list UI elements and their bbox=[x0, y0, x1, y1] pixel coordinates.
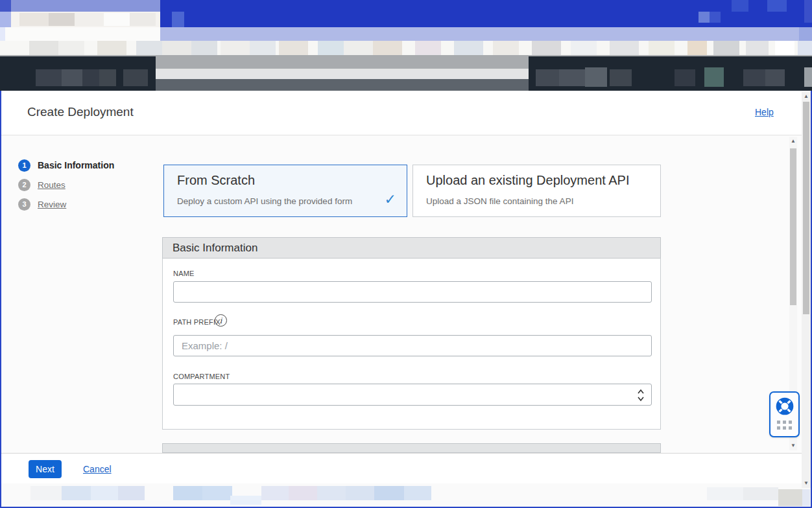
redacted-block bbox=[743, 69, 765, 86]
redacted-block bbox=[536, 69, 559, 86]
redacted-block bbox=[11, 0, 160, 12]
panel-header: Create Deployment Help bbox=[1, 91, 802, 135]
path-prefix-label: PATH PREFIX bbox=[173, 318, 221, 326]
name-label: NAME bbox=[173, 270, 195, 277]
redacted-block bbox=[221, 41, 250, 55]
redacted-block bbox=[99, 69, 116, 86]
redacted-block bbox=[775, 41, 794, 55]
redacted-block bbox=[123, 69, 148, 86]
redacted-block bbox=[710, 12, 721, 23]
step-link-review[interactable]: Review bbox=[38, 200, 66, 209]
basic-information-section: Basic Information NAME PATH PREFIX i COM… bbox=[162, 237, 661, 430]
redacted-block bbox=[91, 486, 118, 500]
redacted-block bbox=[687, 41, 707, 55]
help-launcher-widget[interactable] bbox=[769, 391, 800, 437]
redacted-block bbox=[743, 487, 778, 500]
redacted-block bbox=[118, 486, 145, 500]
redacted-block bbox=[0, 27, 5, 41]
redacted-block bbox=[19, 13, 49, 26]
redacted-block bbox=[5, 27, 160, 41]
panel-footer: Next Cancel bbox=[1, 453, 802, 483]
wizard-steps: 1 Basic Information 2 Routes 3 Review bbox=[18, 156, 114, 214]
drag-dots-icon bbox=[777, 421, 792, 430]
next-section-header-clipped bbox=[162, 443, 661, 453]
section-body: NAME PATH PREFIX i COMPARTMENT bbox=[162, 259, 661, 430]
name-input[interactable] bbox=[173, 281, 652, 303]
redacted-block bbox=[704, 67, 724, 87]
step-number-badge: 1 bbox=[18, 159, 30, 172]
redacted-block bbox=[649, 41, 675, 55]
redacted-block bbox=[799, 27, 812, 41]
card-title: From Scratch bbox=[177, 173, 255, 188]
redacted-block bbox=[699, 12, 710, 23]
redacted-block bbox=[62, 69, 82, 86]
redacted-block bbox=[373, 41, 402, 55]
redacted-block bbox=[767, 0, 787, 12]
redacted-block bbox=[202, 486, 232, 500]
redacted-block bbox=[610, 69, 632, 86]
step-link-routes[interactable]: Routes bbox=[38, 180, 66, 190]
redacted-block bbox=[75, 13, 104, 26]
scroll-up-icon[interactable]: ▲ bbox=[789, 137, 797, 146]
redacted-block bbox=[802, 489, 810, 506]
card-upload-existing-api[interactable]: Upload an existing Deployment API Upload… bbox=[412, 165, 661, 217]
redacted-block bbox=[0, 12, 11, 27]
checkmark-icon: ✓ bbox=[385, 191, 396, 208]
redacted-block bbox=[172, 12, 184, 27]
redacted-block bbox=[804, 67, 812, 87]
step-review: 3 Review bbox=[18, 194, 114, 214]
redacted-block bbox=[58, 41, 84, 55]
redacted-block bbox=[136, 41, 162, 55]
redacted-block bbox=[765, 69, 785, 86]
redacted-block bbox=[36, 69, 62, 86]
redacted-block bbox=[97, 41, 126, 55]
redacted-block bbox=[156, 69, 529, 79]
redacted-block bbox=[571, 41, 597, 55]
redacted-block bbox=[0, 0, 11, 12]
redacted-block bbox=[29, 41, 58, 55]
redacted-block bbox=[82, 69, 99, 86]
step-number-badge: 3 bbox=[18, 198, 30, 211]
chevron-up-down-icon bbox=[637, 387, 645, 406]
app-root: Create Deployment Help 1 Basic Informati… bbox=[0, 0, 812, 508]
redacted-block bbox=[707, 487, 743, 500]
cancel-link[interactable]: Cancel bbox=[83, 464, 112, 474]
redacted-block bbox=[404, 486, 431, 500]
info-icon[interactable]: i bbox=[215, 314, 227, 327]
step-basic-information: 1 Basic Information bbox=[18, 156, 114, 175]
redacted-block bbox=[130, 13, 156, 26]
help-link[interactable]: Help bbox=[755, 107, 774, 117]
redacted-block bbox=[156, 79, 529, 91]
redacted-block bbox=[173, 486, 202, 500]
page-scrollbar[interactable]: ▲ ▼ bbox=[802, 92, 811, 488]
redacted-block bbox=[713, 41, 739, 55]
redacted-block bbox=[732, 0, 748, 12]
redacted-block bbox=[62, 486, 91, 500]
path-prefix-input[interactable] bbox=[173, 335, 652, 356]
lifebuoy-icon bbox=[774, 396, 795, 417]
redacted-block bbox=[279, 41, 308, 55]
redacted-block bbox=[104, 13, 130, 26]
compartment-select[interactable] bbox=[173, 384, 652, 406]
scroll-up-icon[interactable]: ▲ bbox=[802, 92, 811, 101]
step-number-badge: 2 bbox=[18, 179, 30, 191]
next-button[interactable]: Next bbox=[29, 460, 62, 478]
redacted-block bbox=[746, 41, 769, 55]
create-deployment-panel: Create Deployment Help 1 Basic Informati… bbox=[0, 91, 812, 508]
redacted-block bbox=[317, 486, 346, 500]
content-scrollbar-thumb[interactable] bbox=[790, 148, 796, 305]
scroll-down-icon[interactable]: ▼ bbox=[802, 479, 811, 488]
card-subtitle: Upload a JSON file containing the API bbox=[426, 196, 573, 206]
redacted-block bbox=[532, 41, 561, 55]
redacted-block bbox=[493, 41, 519, 55]
redacted-block bbox=[344, 41, 373, 55]
redacted-block bbox=[585, 67, 607, 87]
card-subtitle: Deploy a custom API using the provided f… bbox=[177, 196, 352, 206]
scroll-down-icon[interactable]: ▼ bbox=[789, 441, 797, 450]
compartment-label: COMPARTMENT bbox=[173, 373, 230, 380]
redacted-block bbox=[346, 486, 374, 500]
step-label: Basic Information bbox=[38, 160, 114, 170]
page-scrollbar-thumb[interactable] bbox=[803, 102, 809, 314]
card-from-scratch[interactable]: From Scratch Deploy a custom API using t… bbox=[163, 165, 407, 217]
redacted-block bbox=[415, 41, 441, 55]
